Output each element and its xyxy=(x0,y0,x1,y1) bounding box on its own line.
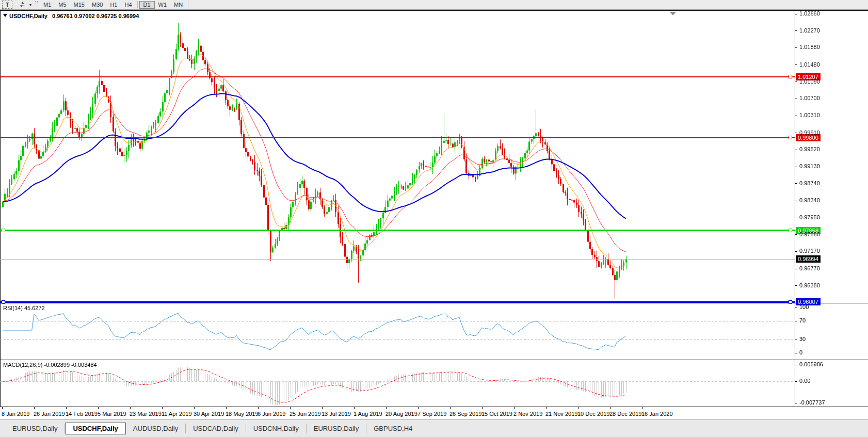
price-tick-mark xyxy=(795,99,797,99)
date-tick-mark xyxy=(194,407,195,409)
date-tick-label: 7 Sep 2019 xyxy=(417,411,446,417)
cursor-tools-button[interactable] xyxy=(18,1,27,8)
timeframe-button-m1[interactable]: M1 xyxy=(40,1,55,8)
price-tick-label: 1.01880 xyxy=(799,44,820,50)
timeframe-button-m30[interactable]: M30 xyxy=(88,1,106,8)
date-tick-label: 15 Oct 2019 xyxy=(481,411,512,417)
rsi-label: RSI(14) 45.6272 xyxy=(3,305,45,311)
chart-tab-eurusd-daily[interactable]: EURUSD,Daily xyxy=(307,424,366,433)
price-tick-label: 1.00310 xyxy=(799,112,820,118)
date-tick-mark xyxy=(386,407,387,409)
chart-tab-usdcnh-daily[interactable]: USDCNH,Daily xyxy=(246,424,307,433)
rsi-macd-separator[interactable] xyxy=(0,360,868,360)
rsi-tick-label: 100 xyxy=(799,304,809,310)
date-tick-mark xyxy=(482,407,483,409)
price-tick-mark xyxy=(795,183,797,184)
hline-0.97658[interactable] xyxy=(0,230,795,231)
hline-handle[interactable] xyxy=(789,136,792,139)
hline-0.99800[interactable] xyxy=(0,137,795,138)
timeframe-button-mn[interactable]: MN xyxy=(170,1,186,8)
price-tick-label: 0.99130 xyxy=(799,163,820,169)
timeframe-button-m15[interactable]: M15 xyxy=(70,1,88,8)
text-tool-button[interactable]: T xyxy=(2,1,12,9)
price-tick-label: 0.99910 xyxy=(799,130,820,136)
chart-tab-eurusd-daily[interactable]: EURUSD,Daily xyxy=(5,424,65,433)
toolbar-grip[interactable] xyxy=(35,1,38,8)
diagonal-arrows-icon xyxy=(18,2,26,8)
chart-tab-gbpusd-h4[interactable]: GBPUSD,H4 xyxy=(366,424,420,433)
date-tick-label: 1 Aug 2019 xyxy=(353,411,382,417)
toolbar-separator xyxy=(137,1,138,8)
price-tick-mark xyxy=(795,251,797,252)
date-tick-mark xyxy=(354,407,355,409)
date-tick-mark xyxy=(514,407,515,409)
price-tick-mark xyxy=(795,285,797,286)
price-tick-label: 0.97950 xyxy=(799,214,820,220)
hline-handle[interactable] xyxy=(789,75,792,78)
price-tick-mark xyxy=(795,167,797,167)
price-tick-label: 0.96380 xyxy=(799,282,820,288)
date-tick-label: 20 Aug 2019 xyxy=(385,411,417,417)
date-tick-mark xyxy=(322,407,323,409)
date-tick-label: 10 Dec 2019 xyxy=(577,411,609,417)
price-tick-label: 0.99520 xyxy=(799,146,820,152)
date-tick-mark xyxy=(2,407,3,409)
date-tick-mark xyxy=(578,407,578,409)
timeframe-button-h4[interactable]: H4 xyxy=(121,1,135,8)
macd-tick-mark xyxy=(795,403,797,403)
hline-handle[interactable] xyxy=(2,300,5,304)
date-tick-label: 23 Mar 2019 xyxy=(130,411,162,417)
hline-handle[interactable] xyxy=(789,300,792,304)
date-tick-mark xyxy=(418,407,419,409)
cursor-tools-dropdown-icon[interactable]: ▾ xyxy=(29,3,31,7)
date-tick-label: 14 Feb 2019 xyxy=(66,411,98,417)
price-tick-mark xyxy=(795,82,797,82)
date-tick-label: 16 Jan 2020 xyxy=(641,411,673,417)
macd-indicator-chart[interactable] xyxy=(0,361,795,406)
chart-tab-usdchf-daily[interactable]: USDCHF,Daily xyxy=(65,423,125,434)
price-tick-mark xyxy=(795,201,797,201)
price-tick-mark xyxy=(795,234,797,235)
hline-1.01207[interactable] xyxy=(0,76,795,77)
chart-tab-audusd-daily[interactable]: AUDUSD,Daily xyxy=(126,424,186,433)
current-price-tag: 0.96994 xyxy=(796,255,821,263)
price-tick-label: 0.98740 xyxy=(799,180,820,186)
timeframe-button-d1[interactable]: D1 xyxy=(139,1,155,9)
hline-0.96007[interactable] xyxy=(0,301,795,303)
timeframe-button-w1[interactable]: W1 xyxy=(155,1,171,8)
main-price-chart[interactable] xyxy=(0,11,795,302)
hline-handle[interactable] xyxy=(789,229,792,232)
price-tick-label: 0.98340 xyxy=(799,197,820,203)
date-tick-mark xyxy=(98,407,99,409)
main-rsi-separator[interactable] xyxy=(0,303,868,303)
price-tick-mark xyxy=(795,30,797,31)
rsi-tick-mark xyxy=(795,307,797,308)
price-tick-label: 1.02270 xyxy=(799,27,820,34)
rsi-indicator-chart[interactable] xyxy=(0,304,795,360)
price-tick-mark xyxy=(795,116,797,116)
price-tick-mark xyxy=(795,14,797,14)
price-tick-mark xyxy=(795,150,797,150)
toolbar-separator xyxy=(188,1,188,8)
macd-label: MACD(12,26,9) -0.002899 -0.003484 xyxy=(3,362,97,368)
macd-tick-mark xyxy=(795,381,797,382)
toolbar: T ▾ M1M5M15M30H1H4D1W1MN xyxy=(0,0,868,10)
hline-handle[interactable] xyxy=(2,229,5,232)
chart-tabbar: EURUSD,DailyUSDCHF,DailyAUDUSD,DailyUSDC… xyxy=(0,419,868,437)
price-tick-mark xyxy=(795,64,797,65)
date-tick-mark xyxy=(66,407,67,409)
chart-tab-usdcad-daily[interactable]: USDCAD,Daily xyxy=(186,424,246,433)
rsi-tick-mark xyxy=(795,321,797,321)
date-tick-label: 26 Sep 2019 xyxy=(449,411,481,417)
timeframe-button-m5[interactable]: M5 xyxy=(55,1,70,8)
price-tick-label: 0.97560 xyxy=(799,231,820,237)
rsi-tick-label: 70 xyxy=(799,317,806,323)
rsi-tick-mark xyxy=(795,353,797,353)
date-tick-label: 13 Jul 2019 xyxy=(322,411,351,417)
timeframe-group: M1M5M15M30H1H4D1W1MN xyxy=(40,1,186,9)
timeframe-button-h1[interactable]: H1 xyxy=(106,1,121,8)
date-tick-mark xyxy=(610,407,610,409)
price-tick-mark xyxy=(795,133,797,133)
date-tick-label: 25 Jun 2019 xyxy=(290,411,321,417)
macd-tick-label: 0.005986 xyxy=(799,361,823,367)
